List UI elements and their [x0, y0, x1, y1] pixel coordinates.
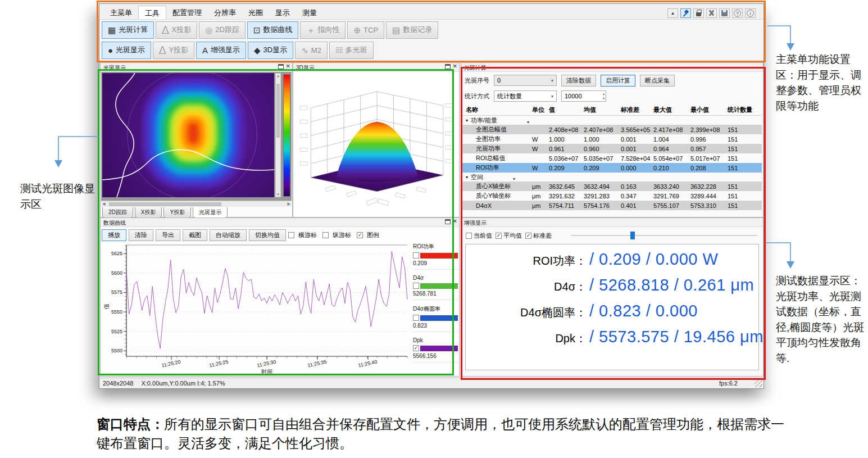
vertical-scrollbar[interactable]: ▲ ▼: [275, 73, 281, 197]
table-cell: 151: [728, 136, 762, 143]
toolbar-button-数据曲线[interactable]: ⊡数据曲线: [247, 21, 299, 39]
toolbar-row-2: ●光斑显示⋀Y投影A增强显示◆3D显示∿M2⣿⣿多光斑: [99, 40, 764, 60]
table-row-全图功率[interactable]: 全图功率W1.0001.0000.0011.0040.996151: [462, 134, 762, 144]
stat-count-spinner[interactable]: 10000 ▴▾: [561, 90, 606, 102]
lock-icon-button[interactable]: [693, 8, 704, 18]
beam-spot-image[interactable]: [102, 73, 274, 197]
table-group-row-功率/能量[interactable]: ▾功率/能量▾: [462, 116, 762, 125]
checkbox-纵游标[interactable]: [322, 232, 329, 238]
readout-row: ROI功率：/ 0.209 / 0.000 W: [466, 250, 758, 276]
toolbar-button-多光斑[interactable]: ⣿⣿多光斑: [329, 42, 374, 59]
menu-item-配置管理[interactable]: 配置管理: [166, 6, 208, 19]
trend-chart[interactable]: 55005525555055755600562511:25:2011:25:25…: [102, 242, 412, 378]
help-icon-button[interactable]: ?: [732, 8, 743, 18]
checkbox-label: 标准差: [533, 232, 552, 240]
scroll-left-icon[interactable]: ◀: [102, 202, 105, 206]
toolbar-button-光斑显示[interactable]: ●光斑显示: [102, 42, 151, 59]
enhanced-slider[interactable]: [571, 232, 757, 239]
checkbox-图例[interactable]: ✓: [357, 232, 363, 238]
table-row-ROI功率[interactable]: ROI功率W0.2090.2090.0000.2100.208151: [462, 163, 762, 173]
close-panel-icon[interactable]: ✕: [286, 64, 290, 69]
float-panel-icon[interactable]: [278, 64, 284, 69]
table-cell: 0.209: [584, 165, 621, 171]
float-panel-icon[interactable]: [445, 64, 451, 69]
toolbar-button-数据记录[interactable]: ▤数据记录: [386, 21, 438, 39]
calc-button-清除数据[interactable]: 清除数据: [561, 75, 596, 87]
toolbar-button-TCP[interactable]: ⊕TCP: [347, 21, 384, 39]
spinner-arrows-icon[interactable]: ▴▾: [603, 92, 605, 101]
group-filter-icon[interactable]: ▾: [527, 120, 529, 125]
calc-button-断点采集[interactable]: 断点采集: [640, 75, 675, 87]
toolbar-button-3D显示[interactable]: ◆3D显示: [248, 42, 293, 59]
menu-item-分辨率[interactable]: 分辨率: [208, 6, 242, 19]
table-cell: 0.000: [621, 165, 653, 171]
info-icon-button[interactable]: i: [745, 8, 756, 18]
checkbox-横游标[interactable]: [288, 232, 294, 238]
enhanced-display-icon: A: [202, 46, 208, 55]
toolbar-button-指向性[interactable]: ＋指向性: [300, 21, 346, 39]
legend-checkbox[interactable]: ✓: [413, 345, 419, 351]
spot-seq-select[interactable]: 0▾: [494, 75, 557, 86]
table-cell: 0.401: [621, 202, 653, 209]
scrollbar-thumb[interactable]: [276, 84, 280, 138]
legend-value: 5268.781: [413, 291, 458, 297]
tab-光斑显示[interactable]: 光斑显示: [193, 207, 228, 218]
scroll-up-icon[interactable]: ▲: [276, 74, 280, 78]
scroll-down-icon[interactable]: ▼: [276, 193, 280, 196]
table-row-D4σX[interactable]: D4σXμm5754.7115754.1760.4015755.1075753.…: [462, 201, 762, 210]
menu-item-主菜单[interactable]: 主菜单: [104, 6, 138, 19]
menu-item-光圈[interactable]: 光圈: [242, 6, 269, 19]
curve-button-自动缩放[interactable]: 自动缩放: [210, 229, 247, 241]
menu-item-显示[interactable]: 显示: [269, 6, 296, 19]
pin-icon-button[interactable]: [680, 8, 691, 18]
toolbar-button-Y投影[interactable]: ⋀Y投影: [153, 42, 194, 59]
horizontal-scrollbar[interactable]: ◀ ▶: [101, 201, 292, 207]
close-panel-icon[interactable]: ✕: [453, 64, 457, 69]
caret-down-icon[interactable]: ▾: [466, 175, 468, 180]
menu-item-测量[interactable]: 测量: [296, 6, 323, 19]
toolbar-button-2D跟踪[interactable]: ◎2D跟踪: [199, 21, 246, 39]
calc-button-启用计算[interactable]: 启用计算: [601, 75, 635, 87]
curve-button-导出[interactable]: 导出: [156, 229, 180, 241]
legend-checkbox[interactable]: [413, 283, 419, 289]
resize-grip[interactable]: [755, 379, 762, 387]
legend-checkbox[interactable]: [413, 315, 419, 321]
curve-button-截图[interactable]: 截图: [183, 229, 207, 241]
checkbox-平均值[interactable]: ✓: [496, 233, 502, 239]
table-row-质心Y轴坐标[interactable]: 质心Y轴坐标μm3291.6323291.2830.3473291.769328…: [462, 191, 762, 201]
svg-text:11:25:20: 11:25:20: [161, 359, 181, 369]
menu-item-工具[interactable]: 工具: [138, 6, 166, 19]
legend-checkbox[interactable]: [413, 252, 419, 259]
scroll-right-icon[interactable]: ▶: [288, 202, 290, 206]
save-icon-button[interactable]: [719, 8, 730, 18]
checkbox-标准差[interactable]: ✓: [525, 233, 531, 239]
tab-Y投影[interactable]: Y投影: [163, 207, 191, 218]
stat-mode-select[interactable]: 统计数量▾: [494, 90, 557, 102]
table-row-全图总幅值[interactable]: 全图总幅值2.408e+082.407e+083.565e+052.417e+0…: [462, 125, 762, 134]
scrollbar-thumb[interactable]: [109, 202, 221, 206]
checkbox-当前值[interactable]: [466, 233, 472, 239]
float-panel-icon[interactable]: [445, 219, 451, 224]
collapse-icon-button[interactable]: ▲: [667, 8, 678, 18]
table-row-ROI总幅值[interactable]: ROI总幅值5.036e+075.035e+077.528e+045.054e+…: [462, 153, 762, 163]
curve-button-切换均值[interactable]: 切换均值: [249, 229, 286, 241]
table-row-光斑功率[interactable]: 光斑功率W0.9610.9600.0010.9640.957151: [462, 144, 762, 153]
3d-surface-plot[interactable]: [298, 74, 455, 215]
table-group-row-空间[interactable]: ▾空间▾: [462, 173, 762, 182]
scissors-icon-button[interactable]: [706, 8, 717, 18]
curve-button-清除[interactable]: 清除: [129, 229, 153, 241]
toolbar-button-M2[interactable]: ∿M2: [295, 42, 328, 59]
close-panel-icon[interactable]: ✕: [453, 219, 457, 224]
group-filter-icon[interactable]: ▾: [513, 176, 515, 182]
legend-bar-row: ✓: [413, 345, 458, 351]
table-row-质心X轴坐标[interactable]: 质心X轴坐标μm3632.6453632.4940.1633633.240363…: [462, 182, 762, 191]
toolbar-button-光斑计算[interactable]: ▦光斑计算: [102, 21, 154, 39]
tab-2D跟踪[interactable]: 2D跟踪: [102, 207, 133, 218]
toolbar-button-增强显示[interactable]: A增强显示: [196, 42, 246, 59]
tab-X投影[interactable]: X投影: [135, 207, 162, 218]
caret-down-icon[interactable]: ▾: [466, 118, 468, 123]
panel-title-text: 3D显示: [296, 65, 315, 71]
slider-handle[interactable]: [630, 232, 635, 239]
curve-button-播放[interactable]: 播放: [102, 229, 126, 241]
toolbar-button-X投影[interactable]: ⋀X投影: [156, 21, 197, 39]
